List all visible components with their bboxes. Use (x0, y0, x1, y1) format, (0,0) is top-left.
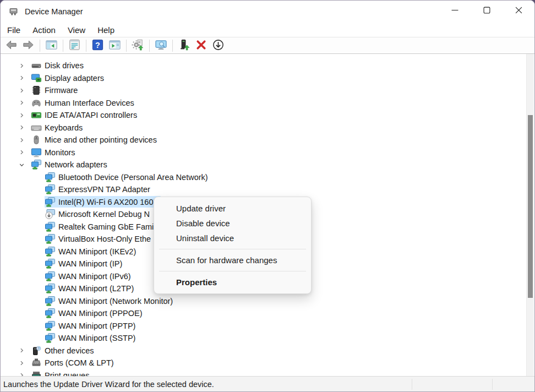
tree-item-label: Ports (COM & LPT) (45, 358, 114, 367)
window-title: Device Manager (25, 7, 83, 16)
chevron-right-icon[interactable] (18, 372, 25, 376)
menu-action[interactable]: Action (27, 24, 61, 36)
tree-item-expressvpn-tap-adapter[interactable]: ExpressVPN TAP Adapter (1, 183, 525, 196)
tree-item-bluetooth-device-personal-area-network[interactable]: Bluetooth Device (Personal Area Network) (1, 171, 525, 184)
printer-icon (31, 370, 42, 376)
tree-item-disk-drives[interactable]: Disk drives (1, 59, 525, 72)
network-adapter-icon (45, 320, 56, 331)
context-menu-item-scan-for-hardware-changes[interactable]: Scan for hardware changes (154, 253, 311, 268)
menu-help[interactable]: Help (92, 24, 120, 36)
context-menu-item-update-driver[interactable]: Update driver (154, 201, 311, 216)
chevron-right-icon[interactable] (18, 99, 25, 107)
tree-item-label: WAN Miniport (PPPOE) (58, 309, 143, 318)
tree-item-label: Microsoft Kernel Debug N (58, 210, 150, 219)
network-adapter-icon (45, 308, 56, 319)
uninstall-device-button[interactable] (193, 39, 209, 53)
chevron-down-icon[interactable] (18, 161, 25, 168)
context-menu-item-properties[interactable]: Properties (154, 275, 311, 290)
tree-item-human-interface-devices[interactable]: Human Interface Devices (1, 97, 525, 110)
tree-item-other-devices[interactable]: ?Other devices (1, 345, 525, 357)
panel-left-icon (45, 39, 58, 53)
tree-item-wan-miniport-pppoe[interactable]: WAN Miniport (PPPOE) (1, 307, 525, 320)
toolbar-separator (126, 40, 127, 52)
context-menu-item-uninstall-device[interactable]: Uninstall device (154, 231, 311, 246)
tree-item-label: Monitors (45, 148, 75, 157)
tree-item-label: Mice and other pointing devices (45, 135, 157, 144)
tree-item-wan-miniport-sstp[interactable]: WAN Miniport (SSTP) (1, 332, 525, 345)
maximize-button[interactable] (471, 1, 503, 21)
scan-hardware-icon (132, 39, 144, 53)
tree-item-display-adapters[interactable]: Display adapters (1, 72, 525, 85)
mouse-icon (31, 134, 42, 145)
menu-bar: FileActionViewHelp (1, 23, 534, 37)
forward-button[interactable] (20, 39, 36, 53)
tree-item-label: WAN Miniport (PPTP) (58, 322, 135, 330)
minimize-icon (451, 6, 458, 16)
tree-item-label: Display adapters (45, 74, 104, 83)
tree-item-firmware[interactable]: Firmware (1, 84, 525, 97)
menu-file[interactable]: File (2, 24, 26, 36)
tree-item-wan-miniport-network-monitor[interactable]: WAN Miniport (Network Monitor) (1, 295, 525, 308)
hid-icon (31, 97, 42, 108)
tree-item-keyboards[interactable]: Keyboards (1, 122, 525, 134)
context-menu-separator (159, 249, 306, 249)
back-button[interactable] (3, 39, 19, 53)
show-console-tree-button[interactable] (43, 39, 59, 53)
tree-item-label: Print queues (45, 371, 89, 376)
chevron-right-icon[interactable] (18, 347, 25, 355)
status-bar: Launches the Update Driver Wizard for th… (1, 376, 534, 391)
context-menu-separator (159, 271, 306, 271)
uninstall-x-icon (195, 39, 208, 53)
selected-row-highlight: Intel(R) Wi-Fi 6 AX200 160M (45, 196, 161, 208)
status-text: Launches the Update Driver Wizard for th… (3, 380, 214, 389)
tree-item-label: Other devices (45, 346, 94, 355)
network-adapter-icon (45, 246, 56, 257)
chevron-right-icon[interactable] (18, 359, 25, 367)
action-pane-button[interactable] (107, 39, 123, 53)
tree-item-label: VirtualBox Host-Only Ethe (58, 235, 151, 243)
tree-item-ports-com-lpt[interactable]: Ports (COM & LPT) (1, 357, 525, 369)
properties-button[interactable] (67, 39, 83, 53)
chevron-right-icon[interactable] (18, 74, 25, 82)
chevron-right-icon[interactable] (18, 136, 25, 144)
device-manager-window: Device Manager FileActionViewHelp ? Disk… (0, 0, 535, 392)
panel-right-icon (108, 39, 121, 53)
scan-for-hardware-changes-button[interactable] (130, 39, 146, 53)
tree-item-ide-ata-atapi-controllers[interactable]: IDE ATA/ATAPI controllers (1, 109, 525, 122)
arrow-right-icon (22, 39, 35, 53)
toolbar: ? (1, 38, 534, 54)
close-button[interactable] (503, 1, 534, 21)
tree-item-label: WAN Miniport (L2TP) (58, 284, 134, 293)
tree-item-mice-and-other-pointing-devices[interactable]: Mice and other pointing devices (1, 134, 525, 146)
menu-view[interactable]: View (62, 24, 91, 36)
vertical-scrollbar[interactable] (526, 54, 534, 376)
scrollbar-thumb[interactable] (528, 115, 533, 298)
chevron-right-icon[interactable] (18, 86, 25, 94)
minimize-button[interactable] (439, 1, 471, 21)
tree-item-wan-miniport-pptp[interactable]: WAN Miniport (PPTP) (1, 320, 525, 333)
help-button[interactable]: ? (90, 39, 106, 53)
chevron-right-icon[interactable] (18, 124, 25, 132)
tree-item-label: IDE ATA/ATAPI controllers (45, 111, 137, 119)
svg-text:?: ? (37, 347, 40, 350)
tree-item-label: WAN Miniport (Network Monitor) (58, 297, 173, 306)
chevron-right-icon[interactable] (18, 111, 25, 119)
tree-item-monitors[interactable]: Monitors (1, 146, 525, 159)
keyboard-icon (31, 122, 42, 133)
update-driver-button[interactable] (176, 39, 192, 53)
tree-item-network-adapters[interactable]: Network adapters (1, 159, 525, 171)
context-menu-item-disable-device[interactable]: Disable device (154, 216, 311, 231)
disable-device-button[interactable] (210, 39, 226, 53)
tree-item-print-queues[interactable]: Print queues (1, 369, 525, 377)
remote-computer-button[interactable] (153, 39, 169, 53)
chevron-right-icon[interactable] (18, 149, 25, 156)
toolbar-separator (86, 40, 86, 52)
window-controls (439, 1, 534, 21)
chevron-right-icon[interactable] (18, 62, 25, 69)
ports-icon (31, 357, 42, 368)
network-adapter-icon (45, 172, 56, 183)
monitor-search-icon (155, 39, 167, 53)
tree-item-label: WAN Miniport (IKEv2) (58, 247, 136, 256)
svg-text:?: ? (95, 40, 100, 49)
tree-item-label: Network adapters (45, 160, 107, 169)
